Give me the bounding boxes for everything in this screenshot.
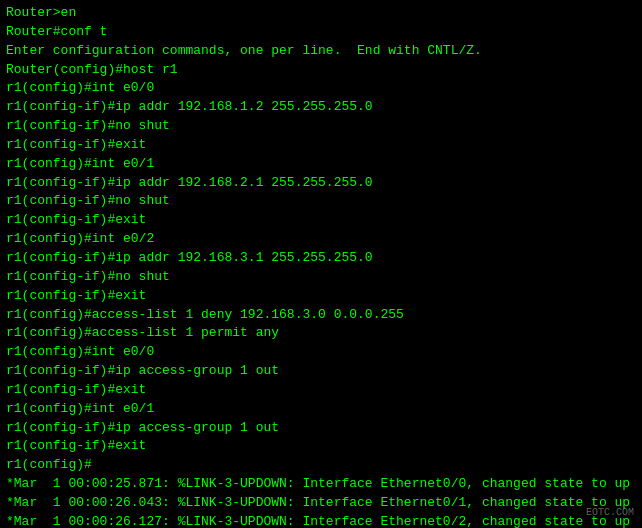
- terminal-line: Router(config)#host r1: [6, 61, 636, 80]
- terminal-line: r1(config)#: [6, 456, 636, 475]
- terminal-line: *Mar 1 00:00:26.043: %LINK-3-UPDOWN: Int…: [6, 494, 636, 513]
- terminal-line: r1(config-if)#ip addr 192.168.1.2 255.25…: [6, 98, 636, 117]
- terminal-line: r1(config)#int e0/2: [6, 230, 636, 249]
- terminal-line: r1(config-if)#ip addr 192.168.2.1 255.25…: [6, 174, 636, 193]
- terminal-content: Router>enRouter#conf tEnter configuratio…: [6, 4, 636, 528]
- terminal-line: Router>en: [6, 4, 636, 23]
- terminal-line: r1(config-if)#exit: [6, 437, 636, 456]
- terminal-line: r1(config)#int e0/1: [6, 400, 636, 419]
- terminal-window: Router>enRouter#conf tEnter configuratio…: [0, 0, 642, 528]
- terminal-line: r1(config)#int e0/0: [6, 79, 636, 98]
- terminal-line: r1(config-if)#no shut: [6, 192, 636, 211]
- terminal-line: r1(config-if)#ip access-group 1 out: [6, 419, 636, 438]
- terminal-line: r1(config-if)#ip addr 192.168.3.1 255.25…: [6, 249, 636, 268]
- terminal-line: r1(config-if)#no shut: [6, 117, 636, 136]
- terminal-line: r1(config)#access-list 1 permit any: [6, 324, 636, 343]
- terminal-line: Enter configuration commands, one per li…: [6, 42, 636, 61]
- terminal-line: r1(config)#access-list 1 deny 192.168.3.…: [6, 306, 636, 325]
- terminal-line: r1(config-if)#exit: [6, 381, 636, 400]
- terminal-line: r1(config-if)#no shut: [6, 268, 636, 287]
- terminal-line: r1(config)#int e0/0: [6, 343, 636, 362]
- watermark: EOTC.COM: [586, 506, 634, 521]
- terminal-line: r1(config-if)#ip access-group 1 out: [6, 362, 636, 381]
- terminal-line: Router#conf t: [6, 23, 636, 42]
- terminal-line: r1(config-if)#exit: [6, 136, 636, 155]
- terminal-line: *Mar 1 00:00:25.871: %LINK-3-UPDOWN: Int…: [6, 475, 636, 494]
- terminal-line: r1(config-if)#exit: [6, 211, 636, 230]
- terminal-line: r1(config)#int e0/1: [6, 155, 636, 174]
- terminal-line: *Mar 1 00:00:26.127: %LINK-3-UPDOWN: Int…: [6, 513, 636, 528]
- terminal-line: r1(config-if)#exit: [6, 287, 636, 306]
